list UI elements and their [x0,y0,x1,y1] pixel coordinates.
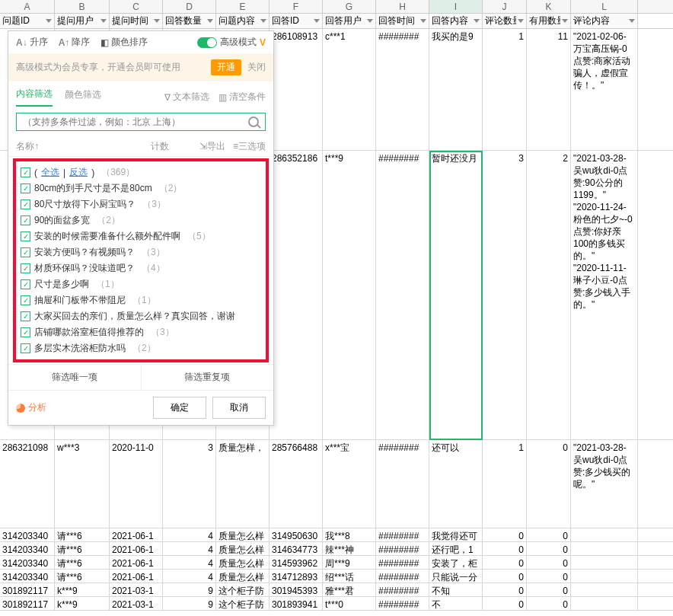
filter-dropdown-icon[interactable] [100,19,107,23]
filter-item[interactable]: 90的面盆多宽（2） [21,212,261,228]
cell[interactable]: 0 [527,528,571,541]
cell[interactable]: 我***8 [323,528,376,541]
col-C[interactable]: C [110,0,163,13]
filter-item[interactable]: 尺寸是多少啊（1） [21,276,261,292]
cell[interactable] [571,597,638,610]
cell[interactable]: 0 [527,597,571,610]
cell[interactable]: 0 [527,583,571,596]
checkbox-icon[interactable] [21,295,30,305]
cell[interactable]: 请***6 [55,542,110,555]
cell[interactable]: 2021-06-1 [110,528,163,541]
options-link[interactable]: ≡三选项 [233,140,266,153]
cell[interactable]: ######## [376,570,429,582]
cell[interactable]: 安装了，柜 [429,556,483,569]
filter-dropdown-icon[interactable] [518,19,524,23]
hdr-acount[interactable]: 回答数量 [163,14,216,28]
cell[interactable]: 雅***君 [323,583,376,596]
color-sort[interactable]: ◧颜色排序 [100,36,148,49]
cell[interactable]: ######## [376,583,429,596]
cell[interactable]: 314950630 [270,528,323,541]
select-all-link[interactable]: 全选 [41,166,59,179]
filter-dropdown-icon[interactable] [314,19,320,23]
cell[interactable]: 这个柜子防 [216,583,270,596]
cell[interactable]: 还可以 [429,440,483,528]
cell[interactable]: ######## [376,542,429,555]
filter-dropdown-icon[interactable] [367,19,373,23]
cell[interactable]: ######## [376,440,429,528]
filter-unique-button[interactable]: 筛选唯一项 [8,365,142,390]
filter-item[interactable]: 防水吗柜体（2） [21,356,261,362]
cell[interactable]: 请***6 [55,556,110,569]
cell[interactable]: 0 [527,542,571,555]
cell[interactable]: 301945393 [270,583,323,596]
checkbox-icon[interactable] [21,359,30,362]
filter-dropdown-icon[interactable] [207,19,213,23]
cell[interactable]: t***0 [323,597,376,610]
cell[interactable]: 301893941 [270,597,323,610]
checkbox-icon[interactable] [21,311,30,321]
cell[interactable]: 请***6 [55,528,110,541]
filter-dropdown-icon[interactable] [154,19,160,23]
filter-dropdown-icon[interactable] [562,19,568,23]
hdr-qid[interactable]: 问题ID [0,14,55,28]
cell[interactable]: 2021-06-1 [110,542,163,555]
cell[interactable]: 辣***神 [323,542,376,555]
checkbox-icon[interactable] [21,184,30,193]
col-A[interactable]: A [0,0,55,13]
sort-desc[interactable]: A↑降序 [59,36,91,49]
col-name[interactable]: 名称↑ [16,140,151,153]
hdr-ccontent[interactable]: 评论内容 [571,14,638,28]
filter-item[interactable]: 材质环保吗？没味道吧？（4） [21,260,261,276]
col-D[interactable]: D [163,0,216,13]
cell[interactable]: 9 [163,583,216,596]
hdr-qtime[interactable]: 提问时间 [110,14,163,28]
cell[interactable]: 0 [483,528,527,541]
filter-item[interactable]: 大家买回去的亲们，质量怎么样？真实回答，谢谢 [21,308,261,324]
cell[interactable]: 286108913 [270,29,323,150]
select-all-row[interactable]: (全选|反选) （369） [21,164,261,180]
cell[interactable] [571,556,638,569]
clear-filter[interactable]: ▥清空条件 [218,91,266,104]
cell[interactable]: 301892117 [0,597,55,610]
cell[interactable]: 我买的是9 [429,29,483,150]
cell[interactable]: 我觉得还可 [429,528,483,541]
cell[interactable]: 314203340 [0,570,55,582]
cell[interactable]: 只能说一分 [429,570,483,582]
checkbox-icon[interactable] [21,168,30,177]
checkbox-icon[interactable] [21,343,30,353]
cell[interactable]: 周***9 [323,556,376,569]
cancel-button[interactable]: 取消 [212,397,266,419]
col-L[interactable]: L [571,0,638,13]
cell[interactable]: 3 [483,151,527,439]
text-filter[interactable]: ∇文本筛选 [164,91,209,104]
cell[interactable]: "2021-03-28-吴wu狄di-0点赞:90公分的1199。" "2020… [571,151,638,439]
cell[interactable]: 质量怎么样 [216,528,270,541]
hdr-auser[interactable]: 回答用户 [323,14,376,28]
sort-asc[interactable]: A↓升序 [16,36,48,49]
search-icon[interactable] [248,116,259,127]
col-F[interactable]: F [270,0,323,13]
cell[interactable]: 4 [163,528,216,541]
cell[interactable]: 质量怎么样 [216,556,270,569]
cell[interactable]: 2021-06-1 [110,556,163,569]
hdr-acontent[interactable]: 回答内容 [429,14,483,28]
cell[interactable]: 286321098 [0,440,55,528]
filter-item[interactable]: 抽屉和门板带不带阻尼（1） [21,292,261,308]
cell[interactable]: 314634773 [270,542,323,555]
checkbox-icon[interactable] [21,279,30,289]
checkbox-icon[interactable] [21,263,30,273]
cell[interactable]: 1 [483,440,527,528]
cell[interactable]: 质量怎么样 [216,570,270,582]
checkbox-icon[interactable] [21,215,30,225]
cell[interactable]: k***9 [55,583,110,596]
cell[interactable]: ######## [376,597,429,610]
filter-dropdown-icon[interactable] [260,19,266,23]
cell[interactable]: 314203340 [0,542,55,555]
cell[interactable]: 不 [429,597,483,610]
cell[interactable]: 2021-03-1 [110,583,163,596]
tab-content-filter[interactable]: 内容筛选 [16,88,53,107]
hdr-ccount[interactable]: 评论数量 [483,14,527,28]
cell[interactable]: 3 [163,440,216,528]
cell[interactable]: 1 [483,29,527,150]
hdr-qcontent[interactable]: 问题内容 [216,14,270,28]
